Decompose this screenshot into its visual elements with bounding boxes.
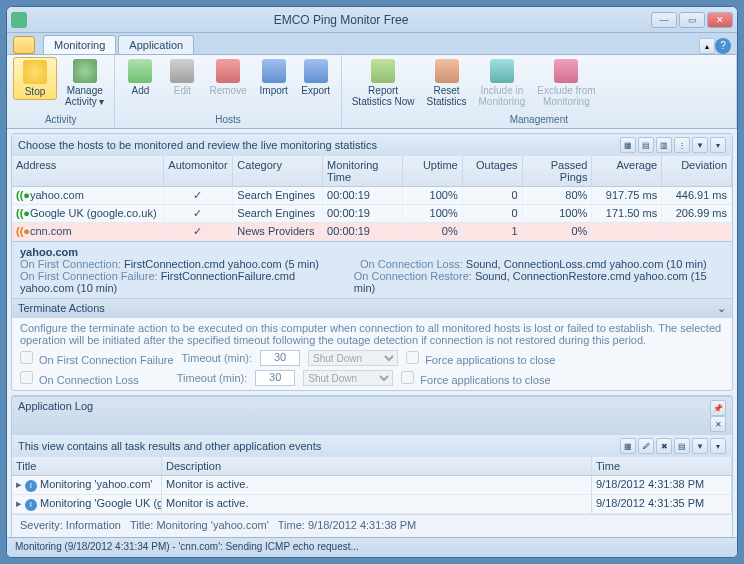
status-bar: Monitoring (9/18/2012 4:31:34 PM) - 'cnn… (7, 537, 737, 557)
detail-hostname: yahoo.com (20, 246, 724, 258)
log-detail: Severity: Information Title: Monitoring … (12, 514, 732, 537)
tab-monitoring[interactable]: Monitoring (43, 35, 116, 54)
group-label: Management (348, 114, 730, 126)
window-title: EMCO Ping Monitor Free (31, 13, 651, 27)
hosts-toolbar: ▦ ▤ ▥ ⋮ ▼ ▾ (620, 137, 726, 153)
timeout-label: Timeout (min): (182, 352, 253, 364)
log-button[interactable]: 🖉 (638, 438, 654, 454)
log-col-time[interactable]: Time (592, 457, 732, 475)
hosts-panel-header: Choose the hosts to be monitored and rev… (12, 134, 732, 156)
export-icon (304, 59, 328, 83)
app-window: EMCO Ping Monitor Free — ▭ ✕ Monitoring … (6, 6, 738, 558)
close-panel-icon[interactable]: ✕ (710, 416, 726, 432)
app-icon (11, 12, 27, 28)
stop-icon (23, 60, 47, 84)
ribbon-group-activity: Stop Manage Activity ▾ Activity (7, 55, 115, 128)
terminate-section: Configure the terminate action to be exe… (12, 318, 732, 390)
view-button[interactable]: ▥ (656, 137, 672, 153)
edit-icon (170, 59, 194, 83)
export-button[interactable]: Export (297, 57, 335, 98)
col-passed-pings[interactable]: Passed Pings (523, 156, 593, 186)
log-col-description[interactable]: Description (162, 457, 592, 475)
include-monitoring-button[interactable]: Include in Monitoring (475, 57, 530, 109)
report-statistics-button[interactable]: Report Statistics Now (348, 57, 419, 109)
col-address[interactable]: Address (12, 156, 164, 186)
group-label: Hosts (121, 114, 334, 126)
pin-icon[interactable]: 📌 (710, 400, 726, 416)
import-icon (262, 59, 286, 83)
ribbon: Stop Manage Activity ▾ Activity Add Edit… (7, 55, 737, 129)
options-button[interactable]: ▾ (710, 137, 726, 153)
close-button[interactable]: ✕ (707, 12, 733, 28)
tab-application[interactable]: Application (118, 35, 194, 54)
view-button[interactable]: ▦ (620, 137, 636, 153)
timeout-label: Timeout (min): (177, 372, 248, 384)
log-button[interactable]: ▤ (674, 438, 690, 454)
include-icon (490, 59, 514, 83)
force-close-checkbox[interactable]: Force applications to close (401, 371, 550, 386)
view-button[interactable]: ▤ (638, 137, 654, 153)
grid-header: Address Automonitor Category Monitoring … (12, 156, 732, 187)
expand-icon: ⌄ (717, 302, 726, 315)
hosts-header-text: Choose the hosts to be monitored and rev… (18, 139, 377, 151)
col-automonitor[interactable]: Automonitor (164, 156, 234, 186)
help-icon[interactable]: ? (715, 38, 731, 54)
first-conn-failure-checkbox[interactable]: On First Connection Failure (20, 351, 174, 366)
ribbon-group-management: Report Statistics Now Reset Statistics I… (342, 55, 737, 128)
shutdown-select[interactable]: Shut Down (303, 370, 393, 386)
stop-button[interactable]: Stop (13, 57, 57, 100)
add-button[interactable]: Add (121, 57, 159, 98)
content-area: Choose the hosts to be monitored and rev… (7, 129, 737, 537)
col-monitoring-time[interactable]: Monitoring Time (323, 156, 403, 186)
group-label: Activity (13, 114, 108, 126)
filter-button[interactable]: ▼ (692, 438, 708, 454)
host-row[interactable]: ((●yahoo.com✓Search Engines00:00:19100%0… (12, 187, 732, 205)
edit-button[interactable]: Edit (163, 57, 201, 98)
maximize-button[interactable]: ▭ (679, 12, 705, 28)
shutdown-select[interactable]: Shut Down (308, 350, 398, 366)
host-row[interactable]: ((●cnn.com✓News Providers00:00:190%10% (12, 223, 732, 241)
force-close-checkbox[interactable]: Force applications to close (406, 351, 555, 366)
applog-description: This view contains all task results and … (18, 440, 321, 452)
terminate-actions-header[interactable]: Terminate Actions⌄ (12, 298, 732, 318)
log-col-title[interactable]: Title (12, 457, 162, 475)
application-log-panel: Application Log 📌 ✕ This view contains a… (11, 395, 733, 537)
timeout-spinner[interactable]: 30 (260, 350, 300, 366)
ribbon-tabbar: Monitoring Application ▴ ? (7, 33, 737, 55)
quick-access-toolbar (13, 36, 35, 54)
col-uptime[interactable]: Uptime (403, 156, 463, 186)
options-button[interactable]: ▾ (710, 438, 726, 454)
remove-button[interactable]: Remove (205, 57, 250, 98)
col-deviation[interactable]: Deviation (662, 156, 732, 186)
host-row[interactable]: ((●Google UK (google.co.uk)✓Search Engin… (12, 205, 732, 223)
col-outages[interactable]: Outages (463, 156, 523, 186)
conn-loss-checkbox[interactable]: On Connection Loss (20, 371, 139, 386)
log-button[interactable]: ▦ (620, 438, 636, 454)
minimize-button[interactable]: — (651, 12, 677, 28)
log-row[interactable]: ▸iMonitoring 'Google UK (go...Monitor is… (12, 495, 732, 514)
ribbon-group-hosts: Add Edit Remove Import Export Hosts (115, 55, 341, 128)
col-average[interactable]: Average (592, 156, 662, 186)
terminate-description: Configure the terminate action to be exe… (20, 322, 724, 346)
remove-icon (216, 59, 240, 83)
applog-header: Application Log 📌 ✕ (12, 396, 732, 435)
gear-icon (73, 59, 97, 83)
import-button[interactable]: Import (255, 57, 293, 98)
titlebar: EMCO Ping Monitor Free — ▭ ✕ (7, 7, 737, 33)
add-icon (128, 59, 152, 83)
col-category[interactable]: Category (233, 156, 323, 186)
log-button[interactable]: ✖ (656, 438, 672, 454)
report-icon (371, 59, 395, 83)
manage-activity-button[interactable]: Manage Activity ▾ (61, 57, 108, 109)
applog-subheader: This view contains all task results and … (12, 435, 732, 457)
view-button[interactable]: ⋮ (674, 137, 690, 153)
exclude-monitoring-button[interactable]: Exclude from Monitoring (533, 57, 599, 109)
hosts-panel: Choose the hosts to be monitored and rev… (11, 133, 733, 391)
exclude-icon (554, 59, 578, 83)
qat-button[interactable] (13, 36, 35, 54)
filter-button[interactable]: ▼ (692, 137, 708, 153)
log-row[interactable]: ▸iMonitoring 'yahoo.com'Monitor is activ… (12, 476, 732, 495)
reset-statistics-button[interactable]: Reset Statistics (423, 57, 471, 109)
ribbon-minimize-icon[interactable]: ▴ (699, 38, 715, 54)
timeout-spinner[interactable]: 30 (255, 370, 295, 386)
